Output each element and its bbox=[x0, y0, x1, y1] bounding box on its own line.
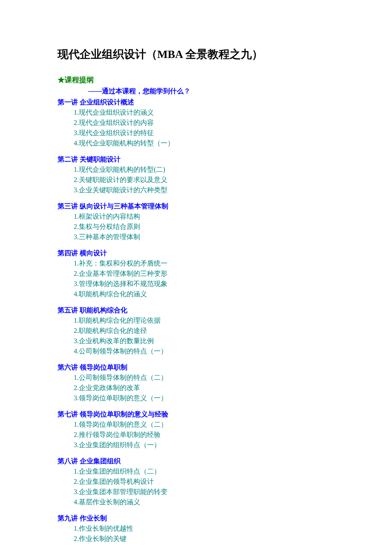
lecture-item: 3.管理体制的选择和不规范现象 bbox=[74, 279, 334, 289]
course-subtitle: ——通过本课程，您能学到什么？ bbox=[88, 86, 334, 96]
star-icon: ★ bbox=[58, 76, 65, 84]
lecture-item: 3.三种基本的管理体制 bbox=[74, 232, 334, 242]
document-page: 现代企业组织设计（MBA 全景教程之九） ★课程提纲 ——通过本课程，您能学到什… bbox=[0, 0, 392, 555]
lecture-item: 4.基层作业长制的涵义 bbox=[74, 497, 334, 507]
lecture-item: 4.职能机构综合化的涵义 bbox=[74, 289, 334, 299]
lecture-item: 1.职能机构综合化的理论依据 bbox=[74, 315, 334, 326]
lecture-block: 第九讲 作业长制1.作业长制的优越性2.作业长制的关键 bbox=[58, 513, 334, 544]
lecture-title: 第三讲 纵向设计与三种基本管理体制 bbox=[58, 201, 334, 211]
lecture-items: 1.作业长制的优越性2.作业长制的关键 bbox=[58, 523, 334, 544]
lecture-title: 第九讲 作业长制 bbox=[58, 513, 334, 523]
lecture-item: 1.作业长制的优越性 bbox=[74, 523, 334, 534]
lecture-item: 3.企业集团的组织特点（一） bbox=[74, 440, 334, 450]
document-title: 现代企业组织设计（MBA 全景教程之九） bbox=[58, 47, 334, 62]
outline-text: 课程提纲 bbox=[65, 76, 94, 84]
lecture-item: 2.作业长制的关键 bbox=[74, 534, 334, 544]
lecture-item: 1.补充：集权和分权的矛盾统一 bbox=[74, 258, 334, 269]
lecture-title: 第八讲 企业集团组织 bbox=[58, 456, 334, 466]
lecture-items: 1.框架设计的内容结构2.集权与分权结合原则3.三种基本的管理体制 bbox=[58, 211, 334, 242]
lecture-block: 第五讲 职能机构综合化1.职能机构综合化的理论依据2.职能机构综合化的途径3.企… bbox=[58, 305, 334, 356]
lecture-items: 1.现代企业职能机构的转型(二)2.关键职能设计的要求以及意义3.企业关键职能设… bbox=[58, 165, 334, 195]
lecture-items: 1.企业集团的组织特点（二）2.企业集团的领导机构设计3.企业集团本部管理职能的… bbox=[58, 466, 334, 507]
lecture-title: 第六讲 领导岗位单职制 bbox=[58, 362, 334, 373]
lecture-item: 2.关键职能设计的要求以及意义 bbox=[74, 175, 334, 185]
lecture-item: 2.现代企业组织设计的内容 bbox=[74, 118, 334, 128]
lecture-item: 2.企业党政体制的改革 bbox=[74, 383, 334, 393]
lecture-item: 1.现代企业组织设计的涵义 bbox=[74, 107, 334, 118]
lecture-item: 1.企业集团的组织特点（二） bbox=[74, 466, 334, 477]
lecture-item: 4.现代企业职能机构的转型（一） bbox=[74, 138, 334, 148]
lecture-block: 第二讲 关键职能设计1.现代企业职能机构的转型(二)2.关键职能设计的要求以及意… bbox=[58, 154, 334, 195]
lecture-title: 第七讲 领导岗位单职制的意义与经验 bbox=[58, 409, 334, 419]
lecture-title: 第二讲 关键职能设计 bbox=[58, 154, 334, 165]
lecture-items: 1.现代企业组织设计的涵义2.现代企业组织设计的内容3.现代企业组织设计的特征4… bbox=[58, 107, 334, 148]
lecture-item: 1.现代企业职能机构的转型(二) bbox=[74, 165, 334, 175]
lecture-block: 第七讲 领导岗位单职制的意义与经验1.领导岗位单职制的意义（二）2.推行领导岗位… bbox=[58, 409, 334, 450]
lecture-item: 1.公司制领导体制的特点（二） bbox=[74, 373, 334, 383]
lecture-block: 第八讲 企业集团组织1.企业集团的组织特点（二）2.企业集团的领导机构设计3.企… bbox=[58, 456, 334, 507]
lecture-item: 2.企业基本管理体制的三种变形 bbox=[74, 269, 334, 279]
lecture-items: 1.补充：集权和分权的矛盾统一2.企业基本管理体制的三种变形3.管理体制的选择和… bbox=[58, 258, 334, 299]
lecture-item: 4.公司制领导体制的特点（一） bbox=[74, 346, 334, 356]
lecture-item: 2.企业集团的领导机构设计 bbox=[74, 477, 334, 487]
lecture-item: 3.企业关键职能设计的六种类型 bbox=[74, 185, 334, 195]
lecture-item: 2.集权与分权结合原则 bbox=[74, 222, 334, 232]
lecture-item: 3.现代企业组织设计的特征 bbox=[74, 128, 334, 138]
lecture-items: 1.公司制领导体制的特点（二）2.企业党政体制的改革3.领导岗位单职制的意义（一… bbox=[58, 373, 334, 403]
lecture-item: 3.企业机构改革的数量比例 bbox=[74, 336, 334, 346]
lecture-block: 第三讲 纵向设计与三种基本管理体制1.框架设计的内容结构2.集权与分权结合原则3… bbox=[58, 201, 334, 242]
lecture-block: 第一讲 企业组织设计概述1.现代企业组织设计的涵义2.现代企业组织设计的内容3.… bbox=[58, 97, 334, 148]
lecture-list: 第一讲 企业组织设计概述1.现代企业组织设计的涵义2.现代企业组织设计的内容3.… bbox=[58, 97, 334, 544]
course-outline-label: ★课程提纲 bbox=[58, 75, 334, 85]
lecture-block: 第六讲 领导岗位单职制1.公司制领导体制的特点（二）2.企业党政体制的改革3.领… bbox=[58, 362, 334, 403]
lecture-items: 1.领导岗位单职制的意义（二）2.推行领导岗位单职制的经验3.企业集团的组织特点… bbox=[58, 419, 334, 450]
lecture-title: 第一讲 企业组织设计概述 bbox=[58, 97, 334, 107]
lecture-item: 3.领导岗位单职制的意义（一） bbox=[74, 393, 334, 403]
lecture-item: 1.框架设计的内容结构 bbox=[74, 211, 334, 222]
lecture-item: 2.职能机构综合化的途径 bbox=[74, 326, 334, 336]
lecture-title: 第四讲 横向设计 bbox=[58, 248, 334, 258]
lecture-item: 1.领导岗位单职制的意义（二） bbox=[74, 419, 334, 430]
lecture-item: 3.企业集团本部管理职能的转变 bbox=[74, 487, 334, 497]
lecture-title: 第五讲 职能机构综合化 bbox=[58, 305, 334, 315]
lecture-item: 2.推行领导岗位单职制的经验 bbox=[74, 430, 334, 440]
lecture-block: 第四讲 横向设计1.补充：集权和分权的矛盾统一2.企业基本管理体制的三种变形3.… bbox=[58, 248, 334, 299]
lecture-items: 1.职能机构综合化的理论依据2.职能机构综合化的途径3.企业机构改革的数量比例4… bbox=[58, 315, 334, 356]
